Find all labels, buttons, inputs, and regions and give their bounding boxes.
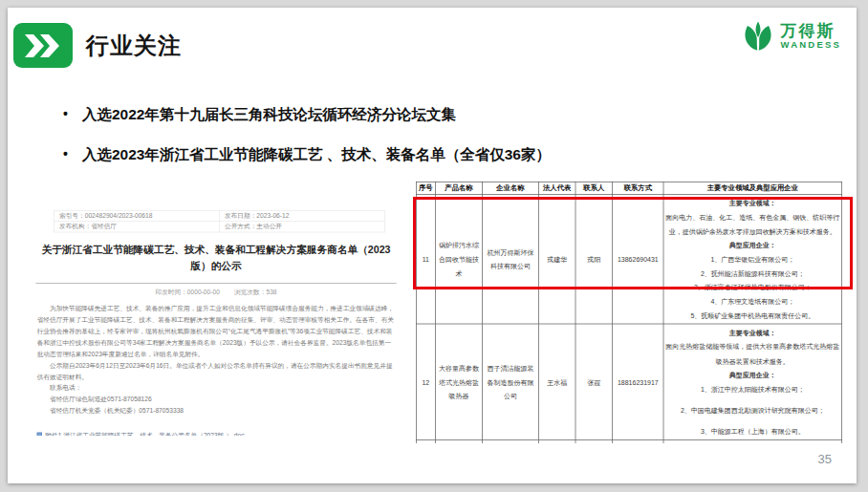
vendor-table-screenshot: 序号 产品名称 企业名称 法人代表 联系人 联系方式 主要专业领域及典型应用企业… (416, 182, 846, 443)
cell-legal: 王水福 (538, 324, 575, 439)
table-row: 12 大容量高参数塔式光热熔盐吸热器 西子清洁能源装备制造股份有限公司 王水福 … (416, 324, 841, 439)
vendor-table-content: 序号 产品名称 企业名称 法人代表 联系人 联系方式 主要专业领域及典型应用企业… (416, 182, 843, 443)
table-row: 13 熔盐储能技术 浙江可胜技术股份有限公司 金建祥 王希 1390823039… (416, 439, 841, 443)
app-item: 4、广东理文造纸有限公司； (665, 294, 839, 309)
doc-print-time: 印发时间：0000-00-00 (155, 289, 219, 295)
cell-no: 13 (416, 439, 435, 443)
table-header-row: 序号 产品名称 企业名称 法人代表 联系人 联系方式 主要专业领域及典型应用企业 (416, 182, 841, 194)
doc-paragraph: 联系电话： (37, 382, 396, 394)
apps-list: 1、浙江中控太阳能技术有限公司； 2、中国电建集团西北勘测设计研究院有限公司； … (665, 382, 839, 439)
wandess-logo: 万得斯 WANDESS (741, 19, 841, 53)
gov-announcement-screenshot: 索引号：002482904/2023-00618 发布日期：2023-06-12… (27, 185, 405, 436)
logo-name-cn: 万得斯 (781, 23, 841, 40)
cell-legal: 金建祥 (538, 439, 575, 443)
cell-detail: 主要专业领域： 面向电力、石油、化工、造纸、有色金属、钢铁、纺织等行业，提供锅炉… (663, 195, 842, 325)
col-header-legal: 法人代表 (538, 182, 575, 194)
app-item: 1、广西华银铝业有限公司； (665, 252, 839, 267)
cell-phone: 13908230392 (613, 439, 663, 443)
apps-label: 典型应用企业： (665, 368, 839, 382)
doc-paragraph: 省经信厅机关党委（机关纪委）0571-87053338 (37, 405, 396, 417)
cell-detail: 主要专业领域： 面向光热熔盐储能等领域，提供大容量高参数塔式光热熔盐吸热器装置和… (663, 324, 842, 439)
cell-company: 杭州万得斯环保科技有限公司 (483, 195, 539, 325)
slide: 行业关注 万得斯 WANDESS • 入选2022年第十九届长三角科技论坛循环经… (8, 8, 857, 483)
app-item: 1、浙江中控太阳能技术有限公司； (665, 382, 839, 396)
double-chevron-icon (22, 32, 64, 60)
page-number: 35 (818, 452, 832, 466)
vendor-table: 序号 产品名称 企业名称 法人代表 联系人 联系方式 主要专业领域及典型应用企业… (416, 182, 842, 443)
col-header-detail: 主要专业领域及典型应用企业 (663, 182, 842, 194)
col-header-no: 序号 (416, 182, 435, 194)
doc-body: 为加快节能降碳先进工艺、技术、装备的推广应用，提升工业和信息化领域节能降碳综合服… (37, 303, 396, 417)
cell-company: 浙江可胜技术股份有限公司 (483, 439, 539, 443)
gov-announcement-content: 索引号：002482904/2023-00618 发布日期：2023-06-12… (27, 210, 405, 436)
page-title: 行业关注 (86, 31, 182, 61)
doc-paragraph: 为加快节能降碳先进工艺、技术、装备的推广应用，提升工业和信息化领域节能降碳综合服… (37, 303, 396, 359)
cell-phone: 13862690431 (613, 195, 663, 325)
list-item: • 入选2022年第十九届长三角科技论坛循环经济分论坛文集 (63, 105, 713, 125)
cell-contact: 王希 (575, 439, 613, 443)
field-label: 主要专业领域： (665, 441, 839, 443)
attachment-name: 附件1.浙江省工业节能降碳工艺、技术、装备公示名单（2023版 ）.doc (45, 429, 244, 436)
cell-detail: 主要专业领域： 面向储能领域，提供熔盐加热系统、熔盐储热系统、蒸汽发生系统以及电… (663, 439, 842, 443)
doc-meta-date: 发布日期：2023-06-12 (219, 210, 384, 221)
highlights-list: • 入选2022年第十九届长三角科技论坛循环经济分论坛文集 • 入选2023年浙… (63, 105, 713, 185)
col-header-phone: 联系方式 (613, 182, 663, 194)
col-header-company: 企业名称 (483, 182, 539, 194)
doc-attachments: 附件1.浙江省工业节能降碳工艺、技术、装备公示名单（2023版 ）.doc 附件… (37, 429, 396, 436)
col-header-contact: 联系人 (575, 182, 613, 194)
cell-no: 12 (416, 324, 435, 439)
doc-paragraph: 公示期自2023年6月12日至2023年6月16日。单位或者个人如对公示名单持有… (37, 360, 396, 383)
doc-meta-table: 索引号：002482904/2023-00618 发布日期：2023-06-12… (54, 210, 385, 232)
apps-label: 典型应用企业： (665, 238, 839, 252)
doc-title: 关于浙江省工业节能降碳工艺、技术、装备和工程解决方案服务商名单（2023版）的公… (41, 242, 392, 275)
cell-contact: 戎阳 (575, 195, 613, 325)
doc-divider (35, 283, 396, 284)
cell-contact: 张霞 (575, 324, 613, 439)
apps-list: 1、广西华银铝业有限公司； 2、抚州能洁新能源科技有限公司； 3、浙江富春江环保… (665, 252, 839, 322)
app-item: 3、浙江富春江环保热电股份有限公司； (665, 281, 839, 295)
cell-product: 锅炉排污水综合回收节能技术 (435, 195, 482, 325)
app-item: 5、抚顺矿业集团中机热电有限责任公司。 (665, 309, 839, 323)
logo-text: 万得斯 WANDESS (781, 23, 841, 50)
screen: 行业关注 万得斯 WANDESS • 入选2022年第十九届长三角科技论坛循环经… (0, 0, 868, 492)
app-item: 2、中国电建集团西北勘测设计研究院有限公司； (665, 403, 839, 417)
list-item: • 入选2023年浙江省工业节能降碳工艺 、技术、装备名单（全省仅36家） (63, 145, 713, 165)
doc-meta-org: 发布机构：省经信厅 (54, 222, 219, 232)
bullet-text: 入选2022年第十九届长三角科技论坛循环经济分论坛文集 (82, 105, 456, 125)
doc-print-info: 印发时间：0000-00-00 浏览次数：538 (27, 288, 405, 296)
attachment-link[interactable]: 附件1.浙江省工业节能降碳工艺、技术、装备公示名单（2023版 ）.doc (37, 429, 396, 436)
plant-logo-icon (741, 19, 775, 53)
cell-phone: 18816231917 (613, 324, 663, 439)
cell-no: 11 (416, 195, 435, 325)
cell-product: 大容量高参数塔式光热熔盐吸热器 (435, 324, 482, 439)
field-text: 面向光热熔盐储能等领域，提供大容量高参数塔式光热熔盐吸热器装置和技术服务。 (665, 340, 839, 368)
field-text: 面向电力、石油、化工、造纸、有色金属、钢铁、纺织等行业，提供锅炉余热废水零排放回… (665, 210, 839, 238)
bullet-icon: • (63, 105, 68, 125)
doc-file-icon (37, 433, 42, 436)
field-label: 主要专业领域： (665, 326, 839, 340)
doc-meta-index: 索引号：002482904/2023-00618 (54, 210, 219, 221)
doc-view-count: 浏览次数：538 (234, 289, 276, 295)
logo-name-en: WANDESS (781, 40, 841, 50)
bullet-text: 入选2023年浙江省工业节能降碳工艺 、技术、装备名单（全省仅36家） (82, 145, 551, 165)
table-row: 11 锅炉排污水综合回收节能技术 杭州万得斯环保科技有限公司 戎建华 戎阳 13… (416, 195, 841, 325)
field-label: 主要专业领域： (665, 196, 839, 210)
app-item: 3、中能源工程（上海）有限公司。 (665, 424, 839, 439)
bullet-icon: • (63, 145, 68, 165)
cell-company: 西子清洁能源装备制造股份有限公司 (483, 324, 539, 439)
doc-meta-open: 公开方式：主动公开 (219, 222, 384, 232)
col-header-product: 产品名称 (435, 182, 482, 194)
chevron-badge (13, 23, 73, 68)
cell-product: 熔盐储能技术 (435, 439, 482, 443)
doc-paragraph: 省经信厅绿色制造处0571-87058126 (37, 394, 396, 405)
cell-legal: 戎建华 (538, 195, 575, 325)
app-item: 2、抚州能洁新能源科技有限公司； (665, 267, 839, 281)
